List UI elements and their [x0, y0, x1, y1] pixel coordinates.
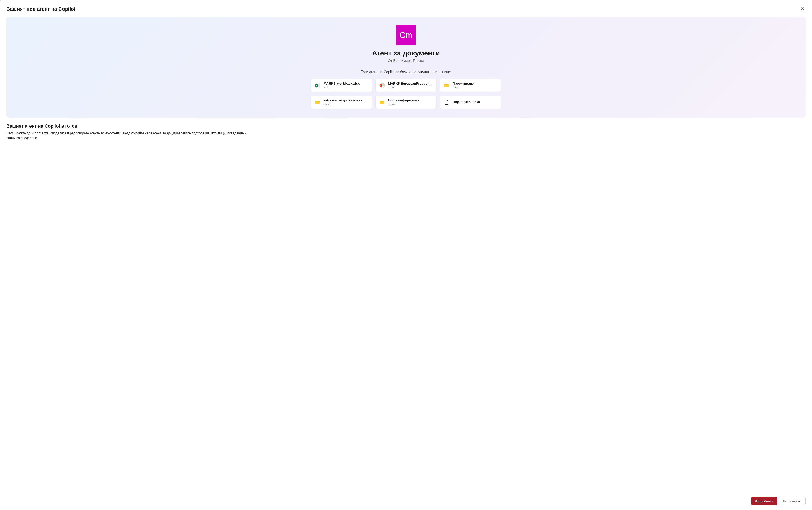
- folder-icon: [379, 99, 385, 105]
- source-title: MARK8-EuropeanProduct...: [388, 82, 431, 86]
- sources-grid: MARK8_workback.xlsx Файл MARK8-EuropeanP…: [311, 79, 501, 109]
- document-icon: [443, 99, 450, 105]
- excel-file-icon: [315, 83, 321, 89]
- source-subtitle: Папка: [453, 86, 474, 89]
- source-card[interactable]: MARK8-EuropeanProduct... Файл: [376, 79, 436, 92]
- source-card[interactable]: MARK8_workback.xlsx Файл: [311, 79, 372, 92]
- dialog-title: Вашият нов агент на Copilot: [6, 6, 76, 12]
- ready-body-text: Сега можете да използвате, споделяте и р…: [6, 131, 250, 140]
- agent-avatar-initials: Cm: [400, 30, 412, 40]
- folder-icon: [443, 83, 450, 89]
- agent-hero-panel: Cm Агент за документи От Бранимира Тасев…: [6, 17, 806, 118]
- source-title: MARK8_workback.xlsx: [323, 82, 359, 86]
- powerpoint-file-icon: [379, 83, 385, 89]
- close-button[interactable]: [800, 6, 806, 12]
- sources-intro-text: Този агент на Copilot се базира на следн…: [361, 70, 451, 74]
- agent-name: Агент за документи: [372, 49, 440, 57]
- source-title: Още 3 източника: [453, 100, 480, 104]
- ready-section: Вашият агент на Copilot е готов Сега мож…: [6, 123, 806, 140]
- edit-button[interactable]: Редактиране: [779, 497, 806, 505]
- ready-title: Вашият агент на Copilot е готов: [6, 123, 806, 129]
- source-title: Проектиране: [453, 82, 474, 86]
- source-subtitle: Файл: [323, 86, 359, 89]
- agent-avatar-tile: Cm: [396, 25, 416, 45]
- close-icon: [801, 8, 804, 11]
- dialog-titlebar: Вашият нов агент на Copilot: [6, 6, 806, 12]
- source-subtitle: Папка: [388, 102, 419, 106]
- source-title: Обща информация: [388, 98, 419, 102]
- agent-author-line: От Бранимира Тасева: [388, 59, 424, 63]
- source-subtitle: Файл: [388, 86, 431, 89]
- source-card[interactable]: Проектиране Папка: [440, 79, 501, 92]
- source-card[interactable]: Уеб сайт за цифрови ак... Папка: [311, 96, 372, 109]
- dialog-window: Вашият нов агент на Copilot Cm Агент за …: [0, 0, 812, 510]
- source-card-more[interactable]: Още 3 източника: [440, 96, 501, 109]
- folder-icon: [315, 99, 321, 105]
- source-title: Уеб сайт за цифрови ак...: [323, 98, 365, 102]
- try-button[interactable]: Изпробване: [751, 497, 777, 505]
- source-card[interactable]: Обща информация Папка: [376, 96, 436, 109]
- dialog-footer: Изпробване Редактиране: [6, 492, 806, 505]
- source-subtitle: Папка: [323, 102, 365, 106]
